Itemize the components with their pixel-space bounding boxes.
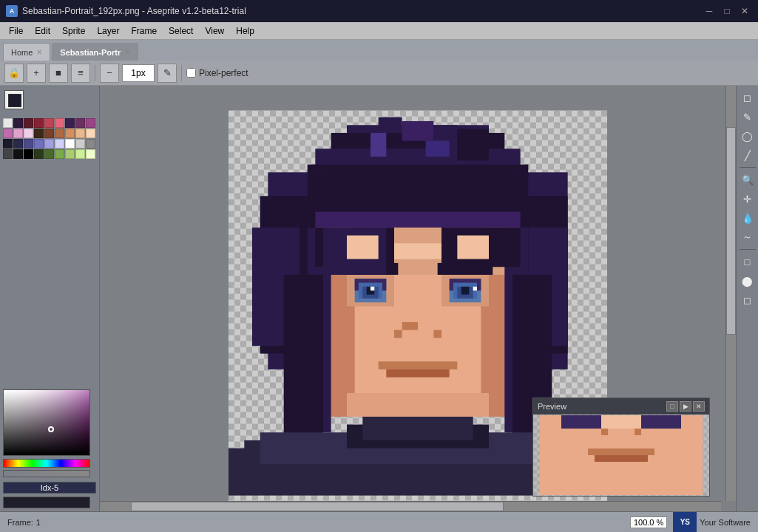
palette-swatch-25[interactable]: [75, 139, 85, 149]
palette-swatch-11[interactable]: [24, 129, 33, 138]
palette-swatch-10[interactable]: [13, 129, 23, 138]
menu-select[interactable]: Select: [163, 24, 199, 38]
preview-play-btn[interactable]: ▶: [680, 401, 691, 412]
pixel-perfect-checkbox[interactable]: [186, 68, 196, 78]
pencil-tool-btn[interactable]: ✎: [739, 108, 757, 126]
menu-view[interactable]: View: [199, 24, 230, 38]
palette-swatch-0[interactable]: [3, 118, 13, 128]
palette-swatch-7[interactable]: [75, 118, 85, 128]
move-tool-btn[interactable]: ✛: [739, 190, 757, 208]
palette-swatch-17[interactable]: [86, 129, 95, 138]
foreground-color[interactable]: [4, 90, 24, 109]
menu-layer[interactable]: Layer: [91, 24, 125, 38]
menu-frame[interactable]: Frame: [125, 24, 163, 38]
hex-input[interactable]: #000000: [3, 497, 90, 508]
hue-strip[interactable]: [3, 459, 90, 468]
maximize-button[interactable]: □: [720, 4, 734, 18]
frame-indicator: Frame: 1: [7, 518, 41, 527]
palette-swatch-35[interactable]: [86, 149, 95, 159]
minimize-button[interactable]: ─: [702, 4, 717, 18]
palette-swatch-19[interactable]: [13, 139, 23, 149]
idx-label[interactable]: Idx-5: [3, 482, 96, 494]
palette-swatch-6[interactable]: [65, 118, 75, 128]
menu-sprite[interactable]: Sprite: [56, 24, 91, 38]
palette-swatch-5[interactable]: [55, 118, 64, 128]
svg-rect-55: [370, 133, 386, 157]
curve-tool-btn[interactable]: ～: [739, 228, 757, 246]
preview-close-btn[interactable]: ✕: [693, 401, 705, 412]
close-button[interactable]: ✕: [737, 4, 752, 18]
palette-swatch-1[interactable]: [13, 118, 23, 128]
minus-button[interactable]: −: [100, 64, 119, 83]
stop-button[interactable]: ■: [49, 64, 68, 83]
menu-file[interactable]: File: [3, 24, 29, 38]
palette-swatch-16[interactable]: [75, 129, 85, 138]
eraser-tool-btn[interactable]: ◻: [739, 291, 757, 309]
right-tool-divider-2: [740, 249, 756, 250]
selection-tool-btn[interactable]: ◻: [739, 89, 757, 106]
paint-bucket-btn[interactable]: ⬤: [739, 272, 757, 290]
palette-swatch-2[interactable]: [24, 118, 33, 128]
palette-swatch-13[interactable]: [44, 129, 54, 138]
palette-swatch-20[interactable]: [24, 139, 33, 149]
palette-swatch-8[interactable]: [86, 118, 95, 128]
preview-maximize-btn[interactable]: □: [666, 401, 678, 412]
svg-rect-69: [561, 415, 601, 429]
tab-close-sprite[interactable]: ✕: [124, 48, 130, 56]
opacity-strip[interactable]: [3, 470, 90, 477]
canvas-area[interactable]: Preview □ ▶ ✕: [100, 86, 736, 511]
toolbar-divider: [95, 65, 95, 81]
palette-swatch-18[interactable]: [3, 139, 13, 149]
h-scrollbar-thumb[interactable]: [131, 502, 504, 511]
palette-swatch-14[interactable]: [55, 129, 64, 138]
palette-swatch-32[interactable]: [55, 149, 64, 159]
window-controls[interactable]: ─ □ ✕: [702, 4, 752, 18]
horizontal-scrollbar[interactable]: [100, 501, 721, 511]
status-bar-right: 100.0 % YS Your Software: [630, 512, 751, 533]
preview-title: Preview: [538, 402, 566, 411]
palette-swatch-4[interactable]: [44, 118, 54, 128]
preview-panel: Preview □ ▶ ✕: [532, 398, 710, 497]
svg-rect-40: [386, 369, 449, 378]
palette-swatch-9[interactable]: [3, 129, 13, 138]
palette-swatch-27[interactable]: [3, 149, 13, 159]
frame-value: 1: [36, 518, 41, 527]
palette-swatch-28[interactable]: [13, 149, 23, 159]
tab-sprite[interactable]: Sebastian-Portr ✕: [52, 43, 138, 61]
palette-swatch-23[interactable]: [55, 139, 64, 149]
vertical-scrollbar[interactable]: [725, 86, 736, 501]
status-bar: Frame: 1 100.0 % YS Your Software: [0, 511, 758, 532]
ink-dropper-btn[interactable]: 💧: [739, 209, 757, 227]
menu-button[interactable]: ≡: [71, 64, 90, 83]
palette-swatch-34[interactable]: [75, 149, 85, 159]
palette-swatch-24[interactable]: [65, 139, 75, 149]
size-input[interactable]: [122, 64, 155, 82]
palette-swatch-31[interactable]: [44, 149, 54, 159]
palette-swatch-22[interactable]: [44, 139, 54, 149]
palette-swatch-15[interactable]: [65, 129, 75, 138]
palette-swatch-33[interactable]: [65, 149, 75, 159]
menu-help[interactable]: Help: [230, 24, 260, 38]
add-button[interactable]: +: [27, 64, 46, 83]
color-gradient[interactable]: [3, 389, 90, 456]
palette-swatch-3[interactable]: [34, 118, 44, 128]
palette-swatch-21[interactable]: [34, 139, 44, 149]
zoom-tool-btn[interactable]: 🔍: [739, 171, 757, 188]
palette-swatch-26[interactable]: [86, 139, 95, 149]
palette-swatch-29[interactable]: [24, 149, 33, 159]
lock-button[interactable]: 🔒: [4, 64, 24, 83]
palette-swatch-12[interactable]: [34, 129, 44, 138]
menu-edit[interactable]: Edit: [29, 24, 56, 38]
svg-rect-36: [402, 322, 418, 330]
tab-close-home[interactable]: ✕: [36, 48, 42, 56]
svg-rect-54: [362, 417, 473, 440]
brush-button[interactable]: ✎: [158, 64, 177, 83]
v-scrollbar-thumb[interactable]: [726, 127, 736, 335]
line-tool-btn[interactable]: ╱: [739, 146, 757, 164]
rect-tool-btn[interactable]: □: [739, 253, 757, 270]
ellipse-tool-btn[interactable]: ◯: [739, 127, 757, 145]
right-toolbar: ◻ ✎ ◯ ╱ 🔍 ✛ 💧 ～ □ ⬤ ◻: [736, 86, 758, 511]
tab-home[interactable]: Home ✕: [3, 43, 50, 61]
taskbar-logo[interactable]: YS: [673, 512, 697, 533]
palette-swatch-30[interactable]: [34, 149, 44, 159]
